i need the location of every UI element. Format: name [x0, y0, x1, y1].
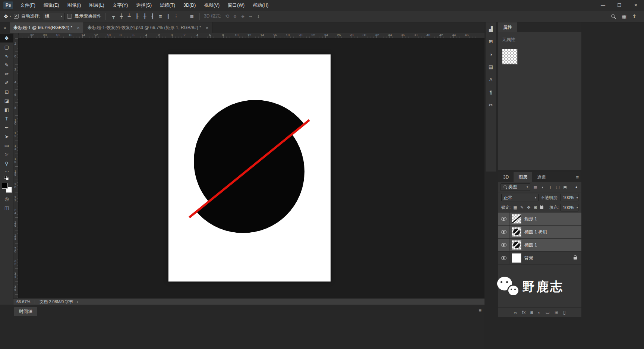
add-layer-mask-icon[interactable]: ◙	[530, 310, 533, 315]
align-left-edges-icon[interactable]: ┠	[133, 13, 141, 20]
menu-item[interactable]: 帮助(H)	[249, 0, 272, 10]
distribute-horizontal-icon[interactable]: ∥	[165, 13, 172, 20]
lock-artboard-icon[interactable]: ⊞	[533, 205, 538, 210]
brush-tool[interactable]: ✐	[0, 78, 13, 87]
panel-menu-icon[interactable]: ≡	[576, 174, 579, 180]
new-layer-icon[interactable]: ⊞	[555, 310, 558, 315]
layer-row[interactable]: 椭圆 1 拷贝	[498, 226, 581, 239]
align-top-edges-icon[interactable]: ┯	[110, 13, 117, 20]
paragraph-panel-icon[interactable]: ¶	[486, 89, 496, 95]
edit-toolbar-icon[interactable]: ⋯	[0, 169, 13, 174]
panel-tab[interactable]: 图层	[514, 172, 532, 182]
quick-selection-tool[interactable]: ✎	[0, 60, 13, 69]
menu-item[interactable]: 滤镜(T)	[156, 0, 179, 10]
new-group-icon[interactable]: ▭	[546, 310, 550, 315]
gradient-tool[interactable]: ◧	[0, 105, 13, 114]
panel-tab[interactable]: 通道	[532, 172, 551, 182]
link-layers-icon[interactable]: ∞	[514, 310, 517, 315]
blend-mode-dropdown[interactable]: 正常▾	[501, 194, 539, 201]
document-canvas[interactable]	[168, 54, 331, 282]
libraries-panel-icon[interactable]: ▤	[486, 64, 496, 70]
3d-pan-icon[interactable]: ✥	[239, 13, 246, 20]
hamburger-menu-icon[interactable]: ≡	[479, 308, 482, 313]
layer-name[interactable]: 椭圆 1	[524, 242, 537, 248]
adjustments-panel-icon[interactable]: ◑	[486, 51, 496, 57]
lock-all-icon[interactable]	[540, 206, 543, 209]
distribute-top-edges-icon[interactable]: ≡	[157, 13, 164, 20]
layer-visibility-toggle[interactable]	[498, 239, 509, 252]
show-transform-checkbox[interactable]: ✓	[67, 14, 72, 19]
layer-thumbnail[interactable]	[512, 253, 521, 263]
filter-toggle-icon[interactable]: ●	[574, 185, 579, 189]
3d-slide-icon[interactable]: ↔	[247, 13, 254, 20]
lasso-tool[interactable]: ∿	[0, 51, 13, 60]
layer-visibility-toggle[interactable]	[498, 252, 509, 265]
eraser-tool[interactable]: ◪	[0, 96, 13, 105]
lock-transparency-icon[interactable]: ▦	[512, 205, 518, 210]
histogram-panel-icon[interactable]: ▟	[486, 26, 496, 32]
menu-item[interactable]: 视图(V)	[200, 0, 224, 10]
layer-thumbnail[interactable]	[512, 214, 521, 224]
menu-item[interactable]: 文字(Y)	[108, 0, 132, 10]
canvas-area[interactable]	[19, 38, 484, 298]
clone-stamp-tool[interactable]: ⊡	[0, 87, 13, 96]
workspace-icon[interactable]: ▦	[622, 13, 626, 19]
menu-item[interactable]: 窗口(W)	[224, 0, 249, 10]
layer-name[interactable]: 椭圆 1 拷贝	[524, 229, 547, 235]
filter-type-dropdown[interactable]: 类型 ▾	[501, 183, 530, 191]
default-swatches-icon[interactable]	[4, 176, 9, 180]
align-horizontal-centers-icon[interactable]: ╂	[141, 13, 148, 20]
auto-select-checkbox[interactable]: ✓	[14, 14, 19, 19]
menu-item[interactable]: 文件(F)	[16, 0, 40, 10]
fill-dropdown[interactable]: 100%▾	[561, 204, 578, 211]
layer-row[interactable]: 矩形 1	[498, 213, 581, 226]
zoom-level-field[interactable]: 66.67%	[13, 299, 35, 304]
hand-tool[interactable]: ☞	[0, 150, 13, 159]
align-right-edges-icon[interactable]: ┨	[149, 13, 156, 20]
layer-name[interactable]: 背景	[524, 255, 533, 261]
filter-type-layers-icon[interactable]: T	[547, 185, 553, 189]
layer-visibility-toggle[interactable]	[498, 213, 509, 226]
horizontal-ruler[interactable]: 2220181614121086420246810121416182022242…	[19, 33, 484, 38]
vertical-ruler[interactable]: 2024681012141618202224262830323436	[13, 38, 19, 298]
tab-properties[interactable]: 属性	[498, 22, 517, 32]
share-icon[interactable]: ↥	[632, 13, 637, 19]
rectangle-tool[interactable]: ▭	[0, 141, 13, 150]
type-tool[interactable]: T	[0, 114, 13, 123]
close-icon[interactable]: ×	[206, 25, 209, 31]
filter-adjustment-layers-icon[interactable]: ◐	[540, 185, 546, 189]
3d-orbit-icon[interactable]: ⟲	[224, 13, 231, 20]
3d-roll-icon[interactable]: ⊙	[231, 13, 239, 20]
status-expand-icon[interactable]: ›	[77, 299, 78, 304]
maximize-button[interactable]: ❐	[611, 0, 628, 10]
document-tab[interactable]: 未标题-1 @ 66.7%(RGB/8#) * ×	[10, 22, 84, 33]
auto-select-dropdown[interactable]: 组▾	[43, 13, 64, 20]
scissors-panel-icon[interactable]: ✂	[486, 102, 496, 108]
eyedropper-tool[interactable]: ✑	[0, 69, 13, 78]
layer-style-icon[interactable]: fx	[522, 310, 525, 315]
path-selection-tool[interactable]: ➤	[0, 132, 13, 141]
opacity-dropdown[interactable]: 100%▾	[561, 194, 578, 201]
menu-item[interactable]: 编辑(E)	[40, 0, 63, 10]
lock-position-icon[interactable]: ✥	[526, 205, 531, 210]
delete-layer-icon[interactable]: ▯	[563, 310, 566, 315]
distribute-spacing-icon[interactable]: ▦	[188, 13, 195, 20]
menu-item[interactable]: 3D(D)	[179, 0, 200, 10]
layer-row[interactable]: 椭圆 1	[498, 239, 581, 252]
layer-name[interactable]: 矩形 1	[524, 216, 537, 222]
3d-scale-icon[interactable]: ↕	[255, 13, 262, 20]
layer-thumbnail[interactable]	[512, 227, 521, 237]
menu-item[interactable]: 图像(I)	[63, 0, 85, 10]
layer-row[interactable]: 背景	[498, 252, 581, 265]
align-bottom-edges-icon[interactable]: ┷	[126, 13, 133, 20]
character-panel-icon[interactable]: A	[486, 77, 496, 82]
navigator-panel-icon[interactable]: ⊞	[486, 39, 496, 44]
align-vertical-centers-icon[interactable]: ┿	[118, 13, 125, 20]
current-tool-preset[interactable]: ✥ ▾	[4, 13, 11, 19]
document-tab[interactable]: 未标题-1-恢复的-恢复的.psd @ 66.7% (矩形 1, RGB/8#)…	[84, 22, 213, 33]
menu-item[interactable]: 选择(S)	[132, 0, 156, 10]
toolbar-collapse-icon[interactable]: »	[0, 23, 10, 33]
filter-shape-layers-icon[interactable]: ▢	[555, 185, 561, 189]
layer-visibility-toggle[interactable]	[498, 226, 509, 239]
move-tool[interactable]: ✥	[0, 34, 13, 43]
